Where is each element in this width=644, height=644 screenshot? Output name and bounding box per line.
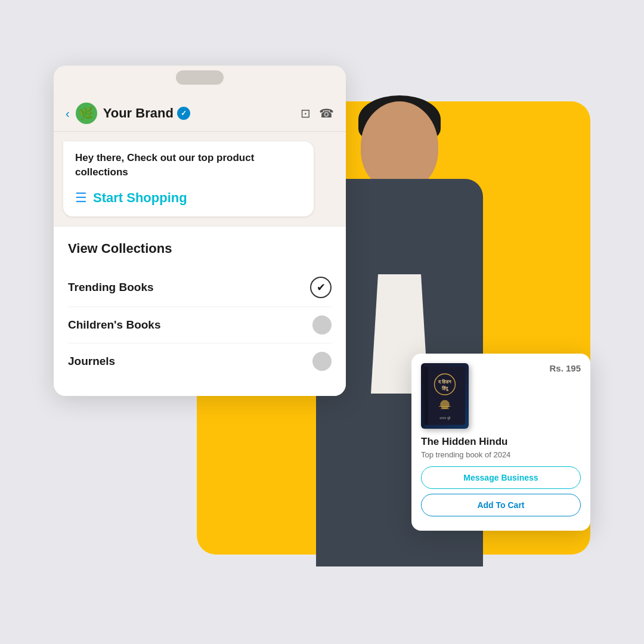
start-shopping-label: Start Shopping bbox=[93, 190, 187, 206]
brand-name: Your Brand bbox=[103, 106, 174, 121]
collection-children-label: Children's Books bbox=[68, 318, 161, 332]
verified-badge: ✓ bbox=[177, 107, 190, 120]
header-icons: ⊡ ☎ bbox=[301, 106, 334, 120]
svg-text:अजय पुरी: अजय पुरी bbox=[439, 416, 450, 420]
product-name: The Hidden Hindu bbox=[421, 436, 581, 448]
collection-trending-label: Trending Books bbox=[68, 281, 154, 294]
product-card: द हिडन हिंदू अजय पुरी Rs. 195 The Hidden… bbox=[411, 354, 590, 531]
price-tag: Rs. 195 bbox=[549, 363, 581, 373]
collection-journals-label: Journels bbox=[68, 355, 115, 368]
svg-point-5 bbox=[440, 400, 450, 410]
check-icon: ✔ bbox=[310, 277, 332, 298]
brand-logo: 🌿 bbox=[76, 103, 97, 124]
radio-unselected-journals bbox=[312, 352, 332, 371]
product-info: The Hidden Hindu Top trending book of 20… bbox=[421, 436, 581, 459]
brand-name-wrap: Your Brand ✓ bbox=[103, 106, 295, 121]
svg-text:द हिडन: द हिडन bbox=[438, 379, 451, 385]
start-shopping-button[interactable]: ☰ Start Shopping bbox=[75, 188, 302, 208]
video-call-icon[interactable]: ⊡ bbox=[301, 106, 311, 120]
collection-item-children[interactable]: Children's Books bbox=[68, 307, 332, 343]
chat-message-area: Hey there, Check out our top product col… bbox=[54, 132, 346, 226]
phone-icon[interactable]: ☎ bbox=[319, 106, 334, 120]
message-text: Hey there, Check out our top product col… bbox=[75, 151, 302, 179]
radio-unselected-children bbox=[312, 315, 332, 335]
chat-header: ‹ 🌿 Your Brand ✓ ⊡ ☎ bbox=[54, 92, 346, 132]
collection-item-journals[interactable]: Journels bbox=[68, 343, 332, 379]
chat-panel: ‹ 🌿 Your Brand ✓ ⊡ ☎ Hey there, Check ou… bbox=[54, 66, 346, 396]
product-top: द हिडन हिंदू अजय पुरी Rs. 195 bbox=[421, 363, 581, 429]
status-bar-notch bbox=[176, 70, 224, 85]
message-bubble: Hey there, Check out our top product col… bbox=[63, 141, 314, 216]
collection-item-trending[interactable]: Trending Books ✔ bbox=[68, 268, 332, 307]
back-icon[interactable]: ‹ bbox=[66, 107, 70, 120]
collections-title: View Collections bbox=[68, 241, 332, 256]
message-business-button[interactable]: Message Business bbox=[421, 466, 581, 489]
add-to-cart-button[interactable]: Add To Cart bbox=[421, 494, 581, 516]
list-icon: ☰ bbox=[75, 190, 87, 206]
scene: ‹ 🌿 Your Brand ✓ ⊡ ☎ Hey there, Check ou… bbox=[54, 66, 590, 578]
leaf-icon: 🌿 bbox=[79, 106, 94, 120]
book-cover: द हिडन हिंदू अजय पुरी bbox=[421, 363, 469, 429]
collections-panel: View Collections Trending Books ✔ Childr… bbox=[54, 226, 346, 396]
svg-rect-1 bbox=[425, 367, 428, 425]
person-head bbox=[361, 101, 438, 191]
book-cover-svg: द हिडन हिंदू अजय पुरी bbox=[425, 366, 465, 426]
product-subtitle: Top trending book of 2024 bbox=[421, 450, 581, 459]
